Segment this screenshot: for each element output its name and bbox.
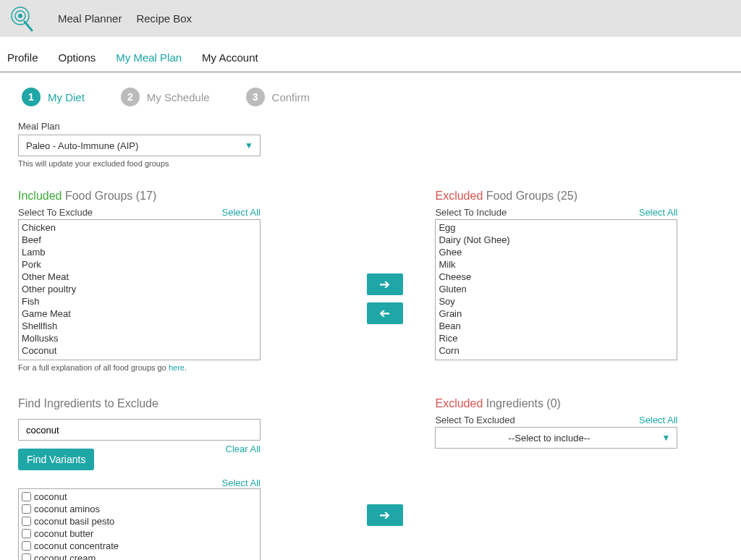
step-label-diet: My Diet — [48, 91, 85, 103]
variant-checkbox[interactable] — [22, 553, 31, 560]
variant-label: coconut concentrate — [34, 540, 119, 551]
explain-dot: . — [185, 363, 187, 372]
tab-profile[interactable]: Profile — [7, 51, 38, 64]
svg-point-2 — [18, 14, 22, 18]
list-item[interactable]: Other Meat — [22, 271, 257, 283]
step-label-confirm: Confirm — [272, 91, 310, 103]
excluded-title-rest: Food Groups (25) — [483, 190, 577, 202]
list-item[interactable]: Gluten — [439, 283, 674, 295]
list-item[interactable]: Beef — [22, 234, 257, 246]
sub-nav: Profile Options My Meal Plan My Account — [0, 37, 741, 73]
meal-plan-help: This will update your excluded food grou… — [18, 159, 723, 168]
explain-prefix: For a full explanation of all food group… — [18, 363, 169, 372]
list-item[interactable]: Grain — [439, 307, 674, 320]
add-ingredient-button[interactable]: ➔ — [367, 504, 403, 526]
tab-my-meal-plan[interactable]: My Meal Plan — [116, 51, 182, 64]
variants-listbox[interactable]: coconutcoconut aminoscoconut basil pesto… — [18, 488, 261, 560]
find-ingredients-title: Find Ingredients to Exclude — [18, 397, 334, 410]
variant-checkbox[interactable] — [22, 529, 31, 538]
explain-link[interactable]: here — [169, 363, 185, 372]
find-variants-button[interactable]: Find Variants — [18, 449, 94, 470]
nav-meal-planner[interactable]: Meal Planner — [58, 12, 122, 25]
list-item[interactable]: Coconut — [22, 344, 257, 357]
arrow-right-icon: ➔ — [379, 276, 390, 292]
clear-all-link[interactable]: Clear All — [226, 444, 261, 454]
wizard-step-confirm[interactable]: 3 Confirm — [246, 88, 310, 106]
excluded-ing-title-red: Excluded — [435, 397, 483, 410]
top-bar: Meal Planner Recipe Box — [0, 0, 741, 37]
list-item[interactable]: Bean — [439, 320, 674, 332]
arrow-right-icon: ➔ — [379, 507, 390, 523]
variant-checkbox[interactable] — [22, 504, 31, 514]
variant-label: coconut — [34, 491, 67, 502]
tab-options[interactable]: Options — [59, 51, 96, 64]
svg-line-3 — [25, 22, 32, 30]
excluded-list-header: Select To Include — [435, 207, 507, 218]
list-item[interactable]: Pork — [22, 258, 257, 271]
variant-label: coconut basil pesto — [34, 516, 114, 527]
included-title-rest: Food Groups (17) — [62, 190, 157, 202]
find-ingredients-input[interactable] — [18, 419, 261, 441]
excluded-ing-title: Excluded Ingredients (0) — [435, 397, 723, 410]
list-item[interactable]: Corn — [439, 344, 674, 357]
meal-plan-select-box[interactable]: Paleo - Auto-Immune (AIP) — [18, 135, 261, 156]
list-item[interactable]: Cheese — [439, 271, 674, 283]
included-title-green: Included — [18, 190, 62, 202]
included-list-header: Select To Exclude — [18, 207, 93, 218]
list-item[interactable]: Chicken — [22, 221, 257, 234]
list-item[interactable]: Ghee — [439, 246, 674, 258]
move-right-button[interactable]: ➔ — [367, 273, 403, 295]
variant-item[interactable]: coconut aminos — [22, 503, 257, 515]
variant-checkbox[interactable] — [22, 517, 31, 526]
included-select-all[interactable]: Select All — [222, 207, 261, 218]
variant-item[interactable]: coconut — [22, 491, 257, 503]
excluded-title: Excluded Food Groups (25) — [435, 190, 723, 203]
variants-select-all[interactable]: Select All — [222, 478, 261, 488]
variant-checkbox[interactable] — [22, 492, 31, 501]
meal-plan-select[interactable]: Paleo - Auto-Immune (AIP) ▼ — [18, 135, 261, 156]
excluded-ing-select[interactable]: --Select to include-- ▼ — [435, 427, 677, 449]
food-groups-section: Included Food Groups (17) Select To Excl… — [18, 190, 723, 372]
excluded-ing-select-box[interactable]: --Select to include-- — [435, 427, 677, 449]
excluded-listbox[interactable]: EggDairy (Not Ghee)GheeMilkCheeseGlutenS… — [435, 219, 677, 360]
list-item[interactable]: Egg — [439, 221, 674, 234]
excluded-ing-header: Select To Excluded — [435, 415, 515, 425]
excluded-ing-select-all[interactable]: Select All — [639, 415, 677, 425]
variant-item[interactable]: coconut basil pesto — [22, 515, 257, 527]
wizard-step-schedule[interactable]: 2 My Schedule — [121, 88, 210, 106]
meal-plan-label: Meal Plan — [18, 121, 723, 132]
list-item[interactable]: Dairy (Not Ghee) — [439, 234, 674, 246]
list-item[interactable]: Mollusks — [22, 332, 257, 344]
variant-item[interactable]: coconut concentrate — [22, 540, 257, 552]
variant-label: coconut cream — [34, 553, 96, 560]
variant-item[interactable]: coconut cream — [22, 552, 257, 560]
excluded-select-all[interactable]: Select All — [639, 207, 677, 218]
wizard-steps: 1 My Diet 2 My Schedule 3 Confirm — [0, 73, 741, 121]
included-listbox[interactable]: ChickenBeefLambPorkOther MeatOther poult… — [18, 219, 261, 360]
step-number-2: 2 — [121, 88, 140, 106]
wizard-step-diet[interactable]: 1 My Diet — [22, 88, 85, 106]
variant-label: coconut butter — [34, 528, 93, 539]
step-number-1: 1 — [22, 88, 41, 106]
list-item[interactable]: Shellfish — [22, 320, 257, 332]
list-item[interactable]: Fish — [22, 295, 257, 307]
tab-my-account[interactable]: My Account — [202, 51, 258, 64]
list-item[interactable]: Lamb — [22, 246, 257, 258]
included-title: Included Food Groups (17) — [18, 190, 334, 203]
variant-checkbox[interactable] — [22, 541, 31, 551]
move-left-button[interactable]: ➔ — [367, 302, 403, 324]
nav-recipe-box[interactable]: Recipe Box — [136, 12, 192, 25]
excluded-title-red: Excluded — [435, 190, 483, 202]
app-logo-icon — [7, 4, 36, 33]
variant-item[interactable]: coconut butter — [22, 527, 257, 540]
excluded-ing-title-rest: Ingredients (0) — [483, 397, 561, 410]
list-item[interactable]: Rice — [439, 332, 674, 344]
step-label-schedule: My Schedule — [147, 91, 210, 103]
list-item[interactable]: Other poultry — [22, 283, 257, 295]
list-item[interactable]: Game Meat — [22, 307, 257, 320]
list-item[interactable]: Soy — [439, 295, 674, 307]
variant-label: coconut aminos — [34, 504, 100, 514]
food-groups-explain: For a full explanation of all food group… — [18, 363, 334, 372]
ingredients-section: Find Ingredients to Exclude Clear All Fi… — [18, 397, 723, 560]
list-item[interactable]: Milk — [439, 258, 674, 271]
